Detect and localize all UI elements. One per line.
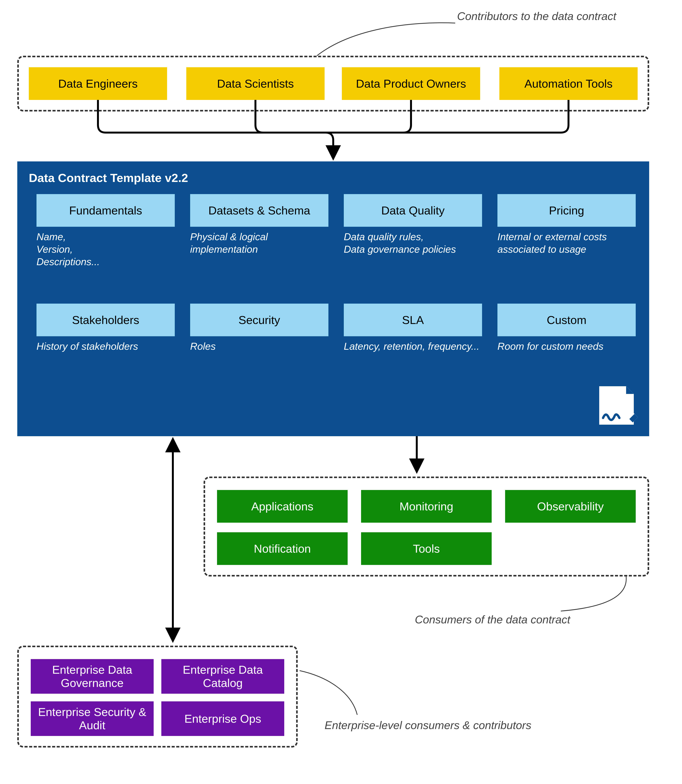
template-to-consumers-arrow — [411, 436, 422, 475]
template-title: Data Contract Template v2.2 — [29, 171, 188, 185]
contributor-box: Data Engineers — [29, 67, 167, 100]
annotation-enterprise: Enterprise-level consumers & contributor… — [325, 719, 531, 731]
consumer-box: Observability — [505, 490, 636, 523]
annotation-enterprise-curve — [298, 669, 365, 717]
enterprise-box: Enterprise Data Governance — [31, 659, 154, 694]
template-tile-desc: Roles — [190, 340, 328, 353]
enterprise-box: Enterprise Security & Audit — [31, 701, 154, 736]
template-tile-desc: Physical & logical implementation — [190, 231, 328, 255]
enterprise-box: Enterprise Data Catalog — [161, 659, 284, 694]
template-tile-desc: History of stakeholders — [37, 340, 175, 353]
template-tile-desc: Internal or external costs associated to… — [497, 231, 636, 255]
diagram-canvas: Contributors to the data contract Data E… — [8, 8, 674, 776]
consumer-box: Notification — [217, 532, 347, 565]
consumer-box: Tools — [361, 532, 492, 565]
template-tile: SLA — [344, 303, 482, 336]
template-tile: Fundamentals — [37, 194, 175, 227]
template-tile: Custom — [497, 303, 636, 336]
annotation-consumers: Consumers of the data contract — [415, 613, 570, 626]
template-tile: Datasets & Schema — [190, 194, 328, 227]
template-tile-desc: Latency, retention, frequency... — [344, 340, 482, 353]
template-tile: Data Quality — [344, 194, 482, 227]
annotation-contributors-curve — [313, 19, 457, 57]
template-tile: Security — [190, 303, 328, 336]
template-tile-desc: Data quality rules,Data governance polic… — [344, 231, 482, 255]
annotation-consumers-curve — [559, 576, 636, 615]
consumer-box: Applications — [217, 490, 347, 523]
template-tile-desc: Room for custom needs — [497, 340, 613, 353]
template-tile: Pricing — [497, 194, 636, 227]
contributor-box: Automation Tools — [499, 67, 637, 100]
contributors-to-template-arrow — [17, 100, 649, 161]
contributor-box: Data Scientists — [186, 67, 325, 100]
annotation-contributors: Contributors to the data contract — [457, 10, 616, 22]
contributor-box: Data Product Owners — [342, 67, 480, 100]
contract-signature-icon — [595, 384, 644, 429]
consumer-box: Monitoring — [361, 490, 492, 523]
template-enterprise-arrow — [167, 436, 178, 644]
template-tile-desc: Name,Version,Descriptions... — [37, 231, 175, 268]
template-tile: Stakeholders — [37, 303, 175, 336]
enterprise-box: Enterprise Ops — [161, 701, 284, 736]
